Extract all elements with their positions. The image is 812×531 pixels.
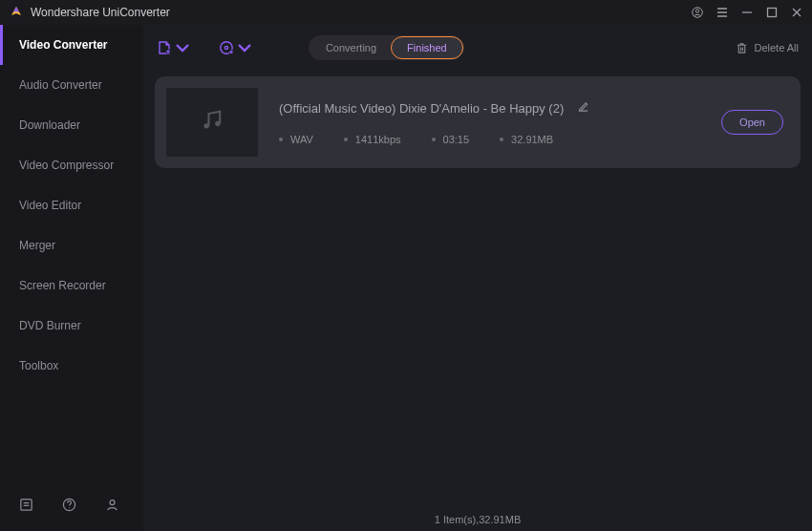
tab-finished[interactable]: Finished — [391, 36, 463, 59]
item-bitrate: 1411kbps — [344, 134, 401, 145]
item-format: WAV — [279, 134, 313, 145]
title-bar: Wondershare UniConverter — [0, 0, 812, 25]
item-info: (Official Music Video) Dixie D'Amelio - … — [279, 99, 700, 145]
account-small-icon[interactable] — [105, 498, 119, 516]
app-logo-icon — [10, 6, 23, 19]
svg-rect-2 — [768, 9, 777, 17]
svg-point-9 — [224, 46, 227, 49]
tab-switch: Converting Finished — [309, 35, 464, 60]
status-bar: 1 Item(s),32.91MB — [143, 508, 812, 531]
sidebar-footer — [0, 482, 143, 531]
sidebar-item-video-converter[interactable]: Video Converter — [0, 25, 143, 65]
maximize-icon[interactable] — [766, 7, 778, 18]
svg-rect-3 — [21, 499, 32, 510]
svg-point-11 — [203, 123, 208, 128]
sidebar-item-video-editor[interactable]: Video Editor — [0, 185, 143, 225]
guide-icon[interactable] — [19, 498, 33, 516]
sidebar-item-downloader[interactable]: Downloader — [0, 105, 143, 145]
app-title: Wondershare UniConverter — [31, 6, 170, 19]
svg-point-1 — [695, 10, 698, 12]
help-icon[interactable] — [62, 498, 76, 516]
svg-point-5 — [69, 507, 70, 508]
delete-all-button[interactable]: Delete All — [736, 42, 799, 54]
svg-point-6 — [110, 500, 115, 505]
account-icon[interactable] — [692, 7, 703, 18]
add-file-button[interactable] — [157, 40, 190, 55]
item-duration: 03:15 — [432, 134, 470, 145]
delete-all-label: Delete All — [755, 42, 799, 53]
sidebar-item-video-compressor[interactable]: Video Compressor — [0, 145, 143, 185]
status-text: 1 Item(s),32.91MB — [435, 514, 521, 525]
finished-item-row: (Official Music Video) Dixie D'Amelio - … — [155, 76, 801, 168]
open-button[interactable]: Open — [721, 110, 783, 135]
content-area: Converting Finished Delete All (Official… — [143, 25, 812, 531]
add-disc-button[interactable] — [219, 40, 252, 55]
edit-title-icon[interactable] — [577, 99, 589, 117]
item-list: (Official Music Video) Dixie D'Amelio - … — [143, 71, 812, 508]
music-note-icon — [199, 107, 225, 138]
sidebar-item-audio-converter[interactable]: Audio Converter — [0, 65, 143, 105]
minimize-icon[interactable] — [741, 7, 753, 18]
tab-converting[interactable]: Converting — [310, 37, 392, 58]
sidebar-item-merger[interactable]: Merger — [0, 225, 143, 266]
item-size: 32.91MB — [500, 134, 553, 145]
svg-point-12 — [215, 121, 220, 126]
close-icon[interactable] — [791, 7, 802, 18]
sidebar-item-toolbox[interactable]: Toolbox — [0, 346, 143, 386]
sidebar-item-screen-recorder[interactable]: Screen Recorder — [0, 266, 143, 306]
menu-icon[interactable] — [716, 7, 728, 18]
toolbar: Converting Finished Delete All — [143, 25, 812, 71]
item-thumbnail — [166, 88, 258, 157]
sidebar: Video Converter Audio Converter Download… — [0, 25, 143, 531]
item-title: (Official Music Video) Dixie D'Amelio - … — [279, 101, 564, 116]
sidebar-item-dvd-burner[interactable]: DVD Burner — [0, 306, 143, 346]
